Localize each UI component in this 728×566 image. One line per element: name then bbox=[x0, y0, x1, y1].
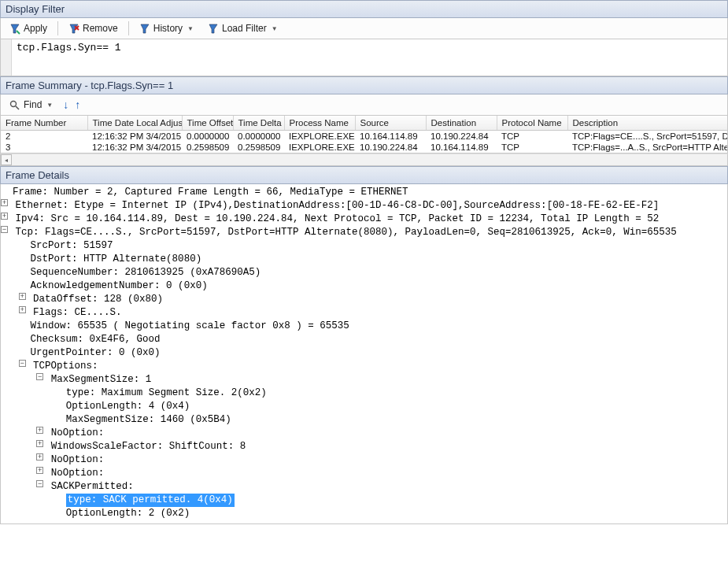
expand-icon[interactable]: + bbox=[1, 213, 8, 220]
tree-row[interactable]: type: Maximum Segment Size. 2(0x2) bbox=[1, 387, 727, 400]
svg-line-3 bbox=[16, 106, 19, 109]
leaf-marker bbox=[54, 387, 66, 400]
tree-indent bbox=[1, 467, 36, 480]
find-next-up-button[interactable]: ↑ bbox=[73, 98, 82, 111]
expand-icon[interactable]: + bbox=[19, 293, 26, 300]
column-header[interactable]: Time Date Local Adjusted bbox=[87, 116, 182, 131]
filter-expression-input[interactable]: tcp.Flags.Syn== 1 bbox=[12, 39, 727, 76]
tree-row[interactable]: + NoOption: bbox=[1, 453, 727, 467]
tree-row[interactable]: − Tcp: Flags=CE....S., SrcPort=51597, Ds… bbox=[1, 226, 727, 239]
frame-summary-table[interactable]: Frame NumberTime Date Local AdjustedTime… bbox=[1, 116, 728, 153]
frame-summary-title: Frame Summary - tcp.Flags.Syn== 1 bbox=[6, 80, 173, 91]
tree-row[interactable]: OptionLength: 4 (0x4) bbox=[1, 400, 727, 413]
tree-node-label: Ethernet: Etype = Internet IP (IPv4),Des… bbox=[16, 199, 660, 213]
tree-row[interactable]: + Ethernet: Etype = Internet IP (IPv4),D… bbox=[1, 199, 727, 213]
expand-icon[interactable]: + bbox=[36, 427, 43, 434]
column-header[interactable]: Protocol Name bbox=[497, 116, 567, 131]
tree-row[interactable]: Checksum: 0xE4F6, Good bbox=[1, 333, 727, 346]
tree-row[interactable]: + WindowsScaleFactor: ShiftCount: 8 bbox=[1, 440, 727, 453]
tree-row[interactable]: type: SACK permitted. 4(0x4) bbox=[1, 494, 727, 507]
table-cell: IEXPLORE.EXE bbox=[284, 142, 355, 153]
tree-row[interactable]: + NoOption: bbox=[1, 467, 727, 480]
collapse-icon[interactable]: − bbox=[36, 480, 43, 487]
expand-icon[interactable]: + bbox=[19, 306, 26, 313]
tree-row[interactable]: + NoOption: bbox=[1, 427, 727, 440]
find-icon bbox=[9, 99, 20, 110]
tree-node-label: NoOption: bbox=[51, 427, 105, 440]
tree-indent bbox=[1, 373, 36, 387]
horizontal-scrollbar[interactable]: ◂ bbox=[0, 154, 728, 166]
tree-row[interactable]: SrcPort: 51597 bbox=[1, 239, 727, 253]
tree-node-label: DstPort: HTTP Alternate(8080) bbox=[31, 253, 202, 266]
table-row[interactable]: 212:16:32 PM 3/4/20150.00000000.0000000I… bbox=[1, 131, 728, 142]
tree-indent bbox=[1, 360, 19, 373]
leaf-marker bbox=[19, 253, 31, 266]
collapse-icon[interactable]: − bbox=[19, 360, 26, 367]
tree-indent bbox=[1, 239, 19, 253]
tree-row[interactable]: Window: 65535 ( Negotiating scale factor… bbox=[1, 320, 727, 333]
tree-node-label: DataOffset: 128 (0x80) bbox=[33, 293, 163, 306]
leaf-marker bbox=[54, 507, 66, 520]
table-cell: TCP:Flags=CE....S., SrcPort=51597, DstPo… bbox=[567, 131, 728, 142]
find-button[interactable]: Find ▼ bbox=[4, 97, 58, 113]
chevron-down-icon: ▼ bbox=[187, 25, 194, 32]
tree-row[interactable]: − SACKPermitted: bbox=[1, 480, 727, 494]
tree-row[interactable]: + Ipv4: Src = 10.164.114.89, Dest = 10.1… bbox=[1, 213, 727, 226]
collapse-icon[interactable]: − bbox=[1, 226, 8, 233]
tree-row[interactable]: + DataOffset: 128 (0x80) bbox=[1, 293, 727, 306]
remove-button[interactable]: Remove bbox=[63, 20, 124, 36]
leaf-marker bbox=[19, 279, 31, 293]
table-cell: TCP bbox=[497, 142, 567, 153]
frame-summary-table-wrap: Frame NumberTime Date Local AdjustedTime… bbox=[0, 116, 728, 154]
load-filter-button[interactable]: Load Filter ▼ bbox=[202, 20, 283, 36]
frame-details-header: Frame Details bbox=[0, 166, 728, 184]
find-label: Find bbox=[24, 99, 42, 110]
frame-details-title: Frame Details bbox=[6, 169, 69, 181]
tree-row[interactable]: − MaxSegmentSize: 1 bbox=[1, 373, 727, 387]
tree-indent bbox=[1, 279, 19, 293]
tree-row[interactable]: − TCPOptions: bbox=[1, 360, 727, 373]
tree-indent bbox=[1, 333, 19, 346]
leaf-marker bbox=[54, 413, 66, 427]
leaf-marker bbox=[19, 320, 31, 333]
column-header[interactable]: Description bbox=[567, 116, 728, 131]
tree-row[interactable]: SequenceNumber: 2810613925 (0xA78690A5) bbox=[1, 266, 727, 279]
tree-indent bbox=[1, 293, 19, 306]
table-cell: 0.2598509 bbox=[182, 142, 233, 153]
table-cell: 12:16:32 PM 3/4/2015 bbox=[87, 142, 182, 153]
find-next-down-button[interactable]: ↓ bbox=[61, 98, 70, 111]
column-header[interactable]: Frame Number bbox=[1, 116, 87, 131]
history-button[interactable]: History ▼ bbox=[134, 20, 199, 36]
tree-node-label: UrgentPointer: 0 (0x0) bbox=[31, 346, 161, 360]
column-header[interactable]: Process Name bbox=[284, 116, 355, 131]
expand-icon[interactable]: + bbox=[36, 440, 43, 447]
tree-indent bbox=[1, 453, 36, 467]
column-header[interactable]: Destination bbox=[426, 116, 497, 131]
tree-row[interactable]: AcknowledgementNumber: 0 (0x0) bbox=[1, 279, 727, 293]
scroll-left-button[interactable]: ◂ bbox=[1, 154, 12, 165]
expand-icon[interactable]: + bbox=[36, 467, 43, 474]
tree-indent bbox=[1, 306, 19, 320]
tree-row[interactable]: MaxSegmentSize: 1460 (0x5B4) bbox=[1, 413, 727, 427]
tree-node-label: TCPOptions: bbox=[33, 360, 98, 373]
tree-node-label: type: Maximum Segment Size. 2(0x2) bbox=[66, 387, 267, 400]
frame-details-tree[interactable]: Frame: Number = 2, Captured Frame Length… bbox=[0, 184, 728, 524]
column-header[interactable]: Source bbox=[355, 116, 426, 131]
table-row[interactable]: 312:16:32 PM 3/4/20150.25985090.2598509I… bbox=[1, 142, 728, 153]
collapse-icon[interactable]: − bbox=[36, 373, 43, 380]
column-header[interactable]: Time Offset bbox=[182, 116, 233, 131]
column-header[interactable]: Time Delta bbox=[233, 116, 284, 131]
expand-icon[interactable]: + bbox=[36, 453, 43, 461]
tree-indent bbox=[1, 494, 54, 507]
tree-row[interactable]: DstPort: HTTP Alternate(8080) bbox=[1, 253, 727, 266]
leaf-marker bbox=[19, 346, 31, 360]
tree-row[interactable]: Frame: Number = 2, Captured Frame Length… bbox=[1, 186, 727, 199]
table-cell: 0.2598509 bbox=[233, 142, 284, 153]
expand-icon[interactable]: + bbox=[1, 199, 8, 206]
tree-row[interactable]: UrgentPointer: 0 (0x0) bbox=[1, 346, 727, 360]
tree-node-label: Frame: Number = 2, Captured Frame Length… bbox=[13, 186, 408, 199]
table-cell: TCP bbox=[497, 131, 567, 142]
tree-row[interactable]: + Flags: CE....S. bbox=[1, 306, 727, 320]
apply-button[interactable]: Apply bbox=[4, 20, 53, 36]
tree-row[interactable]: OptionLength: 2 (0x2) bbox=[1, 507, 727, 520]
